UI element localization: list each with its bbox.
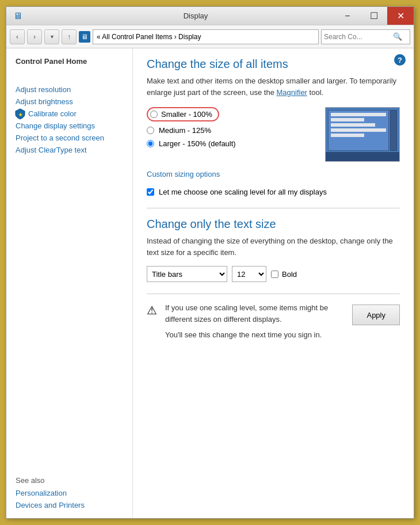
smaller-label: Smaller - 100% [161, 110, 212, 119]
section1-desc-end: tool. [310, 88, 324, 97]
preview-scrollbar [390, 110, 397, 151]
text-item-select[interactable]: Title bars Menus Message boxes Palette t… [147, 266, 227, 282]
sidebar: Control Panel Home Adjust resolution Adj… [6, 48, 133, 518]
preview-line-4 [331, 128, 386, 132]
sidebar-home[interactable]: Control Panel Home [6, 55, 132, 67]
scaling-checkbox-row: Let me choose one scaling level for all … [147, 188, 400, 196]
scaling-checkbox[interactable] [147, 188, 154, 196]
apply-button[interactable]: Apply [352, 305, 400, 325]
font-size-select[interactable]: 8 9 10 11 12 14 16 [232, 266, 266, 282]
minimize-button[interactable]: − [334, 7, 361, 25]
bold-label: Bold [282, 270, 297, 279]
sidebar-footer-personalization[interactable]: Personalization [16, 487, 123, 499]
preview-line-2 [331, 118, 364, 121]
notice-text-block: If you use one scaling level, some items… [165, 302, 344, 341]
section-divider [147, 208, 400, 208]
forward-button[interactable]: › [27, 29, 42, 44]
title-bar: 🖥 Display − ☐ ✕ [6, 7, 414, 25]
dropdown-button[interactable]: ▾ [44, 29, 59, 44]
section1-title: Change the size of all items [147, 58, 400, 71]
warning-icon: ⚠ [147, 303, 157, 317]
sidebar-see-also: See also Personalization Devices and Pri… [6, 469, 132, 511]
option-medium[interactable]: Medium - 125% [147, 126, 316, 135]
preview-screen [328, 110, 389, 151]
scaling-checkbox-label: Let me choose one scaling level for all … [159, 188, 327, 196]
text-size-row: Title bars Menus Message boxes Palette t… [147, 266, 400, 282]
preview-line-3 [331, 123, 375, 127]
maximize-button[interactable]: ☐ [361, 7, 387, 25]
preview-line-5 [331, 134, 364, 137]
sidebar-link-calibrate[interactable]: Calibrate color [26, 108, 86, 120]
section2-title: Change only the text size [147, 218, 400, 231]
notice-text1: If you use one scaling level, some items… [165, 302, 344, 325]
custom-sizing-link[interactable]: Custom sizing options [147, 170, 220, 178]
notice-text2: You'll see this change the next time you… [165, 329, 344, 341]
larger-label: Larger - 150% (default) [159, 139, 236, 148]
size-options: Smaller - 100% Medium - 125% Larger - 15… [147, 107, 316, 148]
window-controls: − ☐ ✕ [334, 7, 414, 25]
sidebar-link-calibrate-row: ★ Calibrate color [6, 108, 132, 120]
section1-desc: Make text and other items on the desktop… [147, 75, 400, 98]
radio-medium[interactable] [147, 127, 154, 134]
search-box: 🔍 [321, 29, 410, 44]
up-button[interactable]: ↑ [62, 29, 77, 44]
option-smaller[interactable]: Smaller - 100% [147, 107, 316, 121]
search-input[interactable] [324, 33, 393, 41]
search-icon[interactable]: 🔍 [393, 32, 402, 41]
window: 🖥 Display − ☐ ✕ ‹ › ▾ ↑ 🖥 🔍 Control Pane… [6, 6, 414, 519]
window-title: Display [57, 12, 334, 20]
bold-row: Bold [271, 270, 297, 279]
medium-label: Medium - 125% [159, 126, 211, 135]
sidebar-link-display-settings[interactable]: Change display settings [6, 120, 132, 132]
section2-desc: Instead of changing the size of everythi… [147, 235, 400, 258]
display-preview [325, 107, 400, 162]
address-input[interactable] [93, 29, 319, 44]
magnifier-link[interactable]: Magnifier [276, 88, 307, 97]
shield-icon: ★ [14, 108, 26, 120]
folder-icon: 🖥 [79, 31, 90, 43]
see-also-label: See also [16, 476, 123, 485]
content-area: Control Panel Home Adjust resolution Adj… [6, 48, 414, 518]
close-button[interactable]: ✕ [387, 7, 414, 25]
option-larger[interactable]: Larger - 150% (default) [147, 139, 316, 148]
preview-line-1 [331, 113, 386, 116]
section1-desc-text: Make text and other items on the desktop… [147, 77, 396, 97]
bottom-notice: ⚠ If you use one scaling level, some ite… [147, 294, 400, 341]
preview-taskbar [326, 152, 399, 161]
main-content: ? Change the size of all items Make text… [133, 48, 414, 518]
bold-checkbox[interactable] [271, 271, 278, 278]
svg-text:★: ★ [18, 112, 23, 117]
radio-smaller[interactable] [150, 111, 158, 118]
preview-content [329, 111, 388, 141]
sidebar-link-project[interactable]: Project to a second screen [6, 132, 132, 144]
sidebar-link-brightness[interactable]: Adjust brightness [6, 96, 132, 108]
sidebar-link-resolution[interactable]: Adjust resolution [6, 83, 132, 96]
address-bar: ‹ › ▾ ↑ 🖥 🔍 [6, 25, 414, 48]
back-button[interactable]: ‹ [10, 29, 25, 44]
radio-larger[interactable] [147, 140, 154, 147]
sidebar-footer-devices[interactable]: Devices and Printers [16, 499, 123, 511]
smaller-highlight: Smaller - 100% [147, 107, 219, 121]
help-button[interactable]: ? [394, 54, 406, 66]
sidebar-link-cleartype[interactable]: Adjust ClearType text [6, 144, 132, 156]
size-options-row: Smaller - 100% Medium - 125% Larger - 15… [147, 107, 400, 162]
